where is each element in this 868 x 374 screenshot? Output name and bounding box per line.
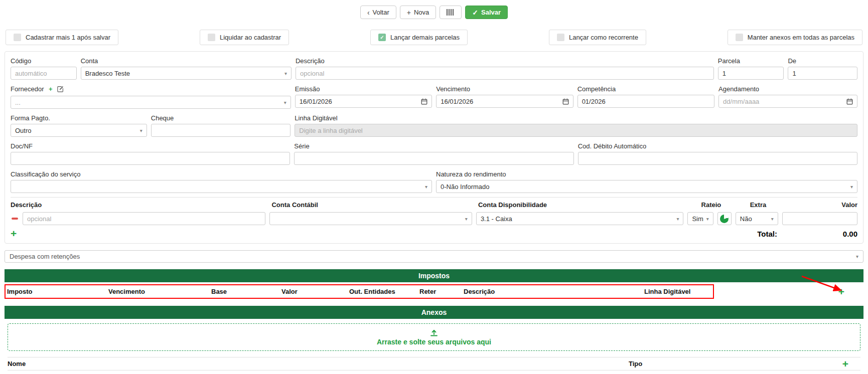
codigo-input[interactable] (11, 67, 77, 80)
add-item-icon[interactable]: + (11, 229, 17, 238)
col-conta-disponibilidade: Conta Disponibilidade (478, 201, 686, 209)
natureza-field: Natureza do rendimento 0-Não Informado ▾ (436, 169, 857, 193)
file-dropzone[interactable]: Arraste e solte seus arquivos aqui (8, 323, 860, 351)
item-row: ▾ 3.1 - Caixa ▾ Sim ▾ Não ▾ (11, 212, 857, 225)
back-button-label: Voltar (373, 9, 389, 16)
de-input[interactable] (788, 67, 857, 80)
linha-digitavel-label: Linha Digitável (295, 114, 857, 122)
emissao-date-input[interactable]: 16/01/2026 (295, 95, 432, 108)
total-label: Total: (757, 230, 777, 238)
linha-digitavel-field: Linha Digitável (295, 113, 857, 137)
item-conta-disponibilidade-select[interactable]: 3.1 - Caixa ▾ (476, 212, 684, 225)
codigo-label: Código (11, 57, 77, 65)
options-row: ✓ Cadastrar mais 1 após salvar ✓ Liquida… (0, 30, 868, 45)
new-button[interactable]: + Nova (400, 6, 437, 19)
cheque-label: Cheque (151, 114, 291, 122)
chevron-left-icon: ‹ (367, 9, 370, 16)
add-fornecedor-icon[interactable]: + (49, 85, 53, 93)
checkbox-label: Cadastrar mais 1 após salvar (26, 34, 110, 41)
col-nome: Nome (8, 360, 629, 367)
classificacao-select[interactable]: ▾ (11, 180, 432, 193)
col-linha-digitavel: Linha Digitável (644, 288, 765, 295)
checkbox-icon[interactable]: ✓ (208, 34, 215, 41)
conta-field: Conta Bradesco Teste ▾ (81, 56, 292, 80)
checkbox-manter-anexos[interactable]: ✓ Manter anexos em todas as parcelas (728, 30, 862, 45)
new-button-label: Nova (414, 9, 429, 16)
pie-chart-icon (720, 215, 729, 223)
vencimento-date-input[interactable]: 16/01/2026 (436, 95, 573, 108)
competencia-input[interactable]: 01/2026 (577, 95, 714, 108)
check-icon: ✓ (472, 9, 478, 16)
save-button[interactable]: ✓ Salvar (465, 6, 508, 19)
checkbox-cadastrar-mais[interactable]: ✓ Cadastrar mais 1 após salvar (6, 30, 118, 45)
back-button[interactable]: ‹ Voltar (360, 6, 396, 19)
checkbox-icon[interactable]: ✓ (736, 34, 743, 41)
de-field: De (788, 56, 857, 80)
barcode-button[interactable] (440, 6, 462, 19)
agendamento-label: Agendamento (718, 85, 857, 93)
parcela-input[interactable] (718, 67, 784, 80)
toolbar: ‹ Voltar + Nova ✓ Salvar (0, 0, 868, 19)
checkbox-icon[interactable]: ✓ (14, 34, 21, 41)
col-descricao: Descrição (11, 201, 267, 209)
item-conta-contabil-select[interactable]: ▾ (269, 212, 472, 225)
linha-digitavel-input[interactable] (295, 124, 857, 137)
add-imposto-icon[interactable]: + (838, 287, 844, 296)
descricao-field: Descrição (296, 56, 714, 80)
chevron-down-icon: ▾ (284, 100, 286, 105)
impostos-section: Impostos Imposto Vencimento Base Valor O… (0, 269, 868, 299)
forma-pagto-label: Forma Pagto. (11, 114, 147, 122)
conta-select[interactable]: Bradesco Teste ▾ (81, 67, 292, 80)
checkbox-liquidar[interactable]: ✓ Liquidar ao cadastrar (200, 30, 289, 45)
col-valor: Valor (783, 201, 857, 209)
anexos-title: Anexos (421, 308, 447, 316)
item-descricao-input[interactable] (23, 212, 265, 225)
checkbox-label: Lançar demais parcelas (390, 34, 460, 41)
chevron-down-icon: ▾ (140, 128, 142, 133)
rateio-pie-button[interactable] (717, 212, 732, 225)
edit-fornecedor-icon[interactable] (57, 86, 64, 94)
checkbox-lancar-parcelas[interactable]: ✓ Lançar demais parcelas (370, 30, 468, 45)
cod-debito-input[interactable] (578, 152, 857, 165)
item-extra-select[interactable]: Não ▾ (736, 212, 778, 225)
cod-debito-field: Cod. Débito Automático (578, 141, 857, 165)
natureza-select[interactable]: 0-Não Informado ▾ (436, 180, 857, 193)
checkbox-icon[interactable]: ✓ (557, 34, 564, 41)
item-rateio-select[interactable]: Sim ▾ (687, 212, 713, 225)
natureza-label: Natureza do rendimento (436, 170, 857, 178)
forma-pagto-select[interactable]: Outro ▾ (11, 124, 147, 137)
classificacao-field: Classificação do serviço ▾ (11, 169, 432, 193)
de-label: De (788, 57, 857, 65)
remove-item-icon[interactable] (11, 218, 19, 220)
checkbox-label: Lançar como recorrente (569, 34, 638, 41)
conta-label: Conta (81, 57, 292, 65)
cheque-input[interactable] (151, 124, 291, 137)
col-rateio: Rateio (689, 201, 733, 209)
col-valor: Valor (281, 288, 349, 295)
fornecedor-label: Fornecedor (11, 85, 44, 93)
serie-input[interactable] (294, 152, 573, 165)
fornecedor-field: Fornecedor + ... ▾ (11, 84, 291, 109)
retencoes-select[interactable]: Despesa com retenções ▾ (5, 250, 863, 263)
checkbox-label: Liquidar ao cadastrar (220, 34, 281, 41)
chevron-down-icon: ▾ (676, 216, 679, 222)
col-conta-contabil: Conta Contábil (271, 201, 474, 209)
checkbox-recorrente[interactable]: ✓ Lançar como recorrente (549, 30, 646, 45)
doc-nf-input[interactable] (11, 152, 290, 165)
checkbox-icon[interactable]: ✓ (378, 34, 386, 41)
add-anexo-icon[interactable]: + (842, 359, 848, 368)
descricao-input[interactable] (296, 67, 714, 80)
cod-debito-label: Cod. Débito Automático (578, 142, 857, 150)
agendamento-date-input[interactable]: dd/mm/aaaa (718, 95, 857, 108)
chevron-down-icon: ▾ (465, 216, 468, 222)
total-value: 0.00 (777, 230, 857, 238)
emissao-field: Emissão 16/01/2026 (295, 84, 432, 109)
item-valor-input[interactable] (782, 212, 857, 225)
impostos-title: Impostos (418, 272, 450, 280)
chevron-down-icon: ▾ (284, 71, 287, 76)
classificacao-label: Classificação do serviço (11, 170, 432, 178)
col-base: Base (211, 288, 281, 295)
fornecedor-select[interactable]: ... ▾ (11, 96, 291, 109)
descricao-label: Descrição (296, 57, 714, 65)
col-descricao: Descrição (464, 288, 644, 295)
